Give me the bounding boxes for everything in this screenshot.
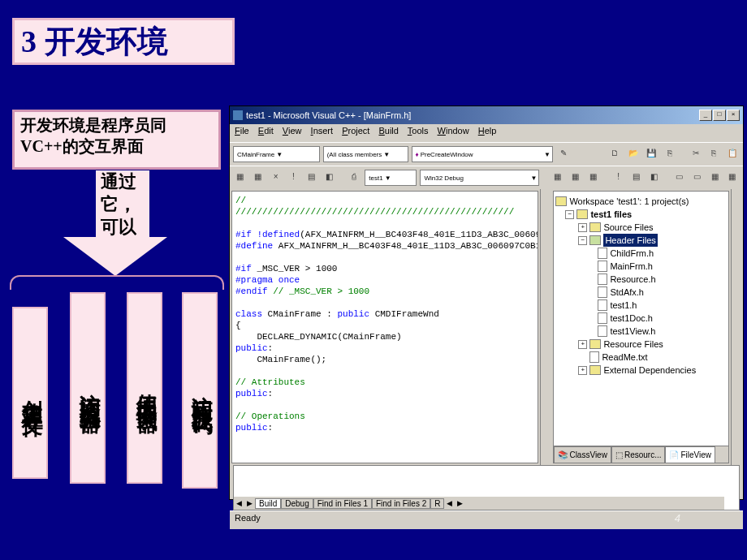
window-titlebar[interactable]: test1 - Microsoft Visual C++ - [MainFrm.… [230,106,743,124]
tree-ext-deps[interactable]: +External Dependencies [555,364,727,377]
scroll-right[interactable]: ▶ [455,499,465,507]
cut-icon[interactable]: ✂ [689,146,703,162]
tab-fileview[interactable]: 📄FileView [665,446,715,463]
tb2-btn9[interactable]: ▦ [568,170,583,186]
output-tab-debug[interactable]: Debug [281,498,313,509]
tb2-btn3[interactable]: × [269,170,283,186]
close-button[interactable]: × [727,110,740,121]
target-combo[interactable]: test1 ▼ [365,170,417,186]
output-tab-results[interactable]: R [430,498,444,509]
workspace-icon [555,196,567,206]
function-combo[interactable]: ♦PreCreateWindow ▼ [412,146,553,162]
tb2-btn10[interactable]: ▦ [585,170,600,186]
minimize-button[interactable]: _ [699,110,712,121]
tab-classview[interactable]: 📚ClassView [554,446,611,463]
menu-help[interactable]: Help [478,126,497,136]
file-icon [598,325,607,337]
config-combo[interactable]: Win32 Debug ▼ [420,170,539,186]
file-icon [598,286,607,298]
vtab-create-project: 创建工程文件 [12,307,48,479]
tree-file[interactable]: StdAfx.h [555,286,727,299]
saveall-icon[interactable]: ⎘ [663,146,677,162]
output-tab-build[interactable]: Build [255,498,281,509]
menu-file[interactable]: FFileile [235,126,249,136]
paste-icon[interactable]: 📋 [725,146,740,162]
tb2-btn11[interactable]: ! [611,170,626,186]
tree-header-files[interactable]: −Header Files [555,234,727,247]
output-tab-find2[interactable]: Find in Files 2 [372,498,430,509]
folder-icon [589,222,601,232]
output-tab-find1[interactable]: Find in Files 1 [313,498,372,509]
tb2-btn12[interactable]: ▤ [628,170,643,186]
workspace-tree[interactable]: Workspace 'test1': 1 project(s) −test1 f… [553,191,729,463]
tree-project[interactable]: −test1 files [555,208,727,221]
folder-icon [589,365,601,375]
tree-readme[interactable]: ReadMe.txt [555,351,727,364]
wand-icon[interactable]: ✎ [556,146,571,162]
tb2-btn6[interactable]: ◧ [322,170,336,186]
expand-icon[interactable]: − [565,210,574,219]
scroll-left[interactable]: ◀ [444,499,455,507]
menu-tools[interactable]: Tools [408,126,429,136]
desc-line2: VC++的交互界面 [20,137,144,155]
tree-file[interactable]: ChildFrm.h [555,247,727,260]
tree-file[interactable]: test1View.h [555,325,727,338]
collapse-icon[interactable]: − [578,236,587,245]
vtab-source-code: 访问程序源代码 [182,292,218,489]
code-scrollbar[interactable] [540,189,552,465]
tree-resource-files[interactable]: +Resource Files [555,338,727,351]
tree-file[interactable]: Resource.h [555,273,727,286]
code-editor[interactable]: // /////////////////////////////////////… [231,191,538,463]
file-icon [598,248,607,259]
page-number: 4 [675,512,680,524]
tb2-btn1[interactable]: ▦ [233,170,248,186]
tb2-btn8[interactable]: ▦ [551,170,565,186]
tb2-btn4[interactable]: ! [287,170,301,186]
maximize-button[interactable]: □ [713,110,726,121]
menu-build[interactable]: Build [378,126,398,136]
members-combo[interactable]: (All class members ▼ [323,146,408,162]
file-icon [598,274,607,285]
menu-bar: FFileile Edit View Insert Project Build … [230,124,743,142]
output-pane[interactable]: ◀ ▶ Build Debug Find in Files 1 Find in … [233,465,740,510]
tab-resourceview[interactable]: ⬚Resourc... [611,446,666,463]
menu-project[interactable]: Project [342,126,369,136]
tb2-btn7[interactable]: ⎙ [347,170,361,186]
menu-view[interactable]: View [283,126,302,136]
folder-icon [576,209,588,219]
class-combo[interactable]: CMainFrame ▼ [233,146,320,162]
tb2-btn14[interactable]: ▭ [671,170,686,186]
tb2-btn13[interactable]: ◧ [646,170,661,186]
vtab-debugger: 使用内部调试器 [127,292,162,484]
arrow-text: 通过它，可以 [96,170,149,237]
menu-insert[interactable]: Insert [311,126,334,136]
tab-nav-prev[interactable]: ◀ [234,499,244,507]
tb2-btn15[interactable]: ▭ [689,170,704,186]
tree-file[interactable]: MainFrm.h [555,260,727,273]
copy-icon[interactable]: ⎘ [706,146,721,162]
description-box: 开发环境是程序员同 VC++的交互界面 [12,110,221,170]
tree-scrollbar[interactable] [731,189,743,465]
expand-icon[interactable]: + [578,340,587,349]
tb2-btn17[interactable]: ▦ [725,170,740,186]
new-icon[interactable]: 🗋 [607,146,622,162]
tree-file[interactable]: test1.h [555,299,727,312]
folder-open-icon [589,235,601,245]
tree-workspace[interactable]: Workspace 'test1': 1 project(s) [555,195,727,208]
save-icon[interactable]: 💾 [644,146,658,162]
tree-file[interactable]: test1Doc.h [555,312,727,325]
tb2-btn5[interactable]: ▤ [304,170,318,186]
tree-source-files[interactable]: +Source Files [555,221,727,234]
vtab-resource-editor: 访问资源编辑器 [70,292,106,484]
arrow-tip [63,237,167,276]
open-icon[interactable]: 📂 [626,146,641,162]
menu-edit[interactable]: Edit [258,126,274,136]
tb2-btn2[interactable]: ▦ [251,170,266,186]
tb2-btn16[interactable]: ▦ [707,170,722,186]
expand-icon[interactable]: + [578,366,587,375]
tree-tabs: 📚ClassView ⬚Resourc... 📄FileView [554,446,728,463]
expand-icon[interactable]: + [578,223,587,232]
folder-icon [589,339,601,349]
menu-window[interactable]: Window [438,126,469,136]
tab-nav-next[interactable]: ▶ [244,499,255,507]
